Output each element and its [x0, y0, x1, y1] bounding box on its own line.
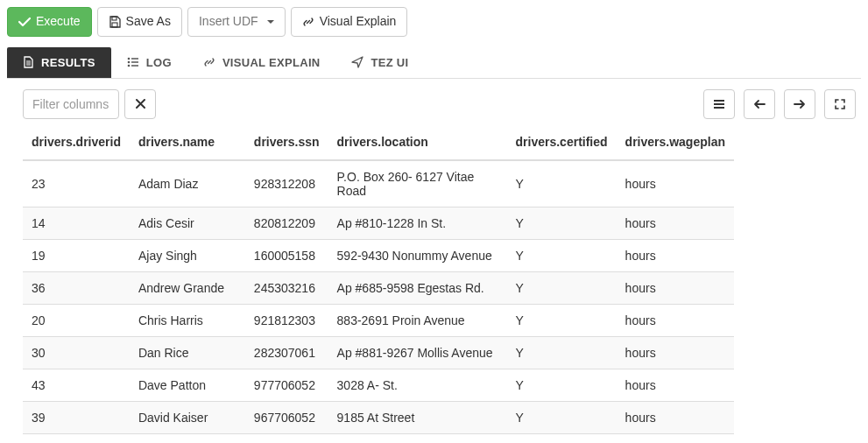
table-row[interactable]: 43Dave Patton9777060523028 A- St.Yhours: [23, 369, 734, 401]
insert-udf-label: Insert UDF: [199, 13, 258, 31]
fullscreen-button[interactable]: [824, 89, 856, 119]
col-ssn[interactable]: drivers.ssn: [245, 126, 328, 160]
cell-wageplan: hours: [617, 239, 734, 271]
cell-ssn: 282307061: [245, 336, 328, 369]
tab-tez-ui-label: TEZ UI: [370, 56, 408, 69]
cell-driverid: 24: [23, 433, 130, 443]
visual-explain-button[interactable]: Visual Explain: [291, 7, 408, 37]
cell-location: 592-9430 Nonummy Avenue: [328, 239, 507, 271]
caret-down-icon: [267, 20, 274, 24]
cell-location: 883-2691 Proin Avenue: [328, 304, 507, 336]
cell-location: 9185 At Street: [328, 401, 507, 433]
cell-name: Don Hilborn: [130, 433, 245, 443]
cell-wageplan: hours: [617, 336, 734, 369]
svg-point-4: [128, 65, 131, 67]
cell-location: Ap #881-9267 Mollis Avenue: [328, 336, 507, 369]
table-row[interactable]: 23Adam Diaz928312208P.O. Box 260- 6127 V…: [23, 160, 734, 207]
cell-location: 4361 Ac Road: [328, 433, 507, 443]
save-icon: [109, 16, 121, 28]
close-icon: [136, 99, 145, 109]
cell-location: Ap #685-9598 Egestas Rd.: [328, 271, 507, 304]
col-wageplan[interactable]: drivers.wageplan: [617, 126, 734, 160]
cell-name: Ajay Singh: [130, 239, 245, 271]
list-icon: [127, 57, 139, 67]
cell-name: David Kaiser: [130, 401, 245, 433]
clear-filter-button[interactable]: [124, 89, 156, 119]
cell-ssn: 921812303: [245, 304, 328, 336]
results-bar: [23, 89, 861, 119]
table-row[interactable]: 24Don Hilborn2544121524361 Ac RoadYhours: [23, 433, 734, 443]
menu-icon: [713, 99, 725, 109]
cell-name: Dan Rice: [130, 336, 245, 369]
filter-columns-input[interactable]: [23, 89, 119, 119]
cell-certified: Y: [507, 401, 617, 433]
cell-driverid: 36: [23, 271, 130, 304]
execute-label: Execute: [36, 13, 81, 31]
tab-visual-explain-label: VISUAL EXPLAIN: [222, 56, 321, 69]
svg-point-2: [128, 58, 131, 60]
cell-driverid: 30: [23, 336, 130, 369]
next-page-button[interactable]: [784, 89, 815, 119]
cell-wageplan: hours: [617, 401, 734, 433]
results-controls: [703, 89, 856, 119]
col-driverid[interactable]: drivers.driverid: [23, 126, 130, 160]
cell-ssn: 977706052: [245, 369, 328, 401]
result-tabs: RESULTS LOG VISUAL EXPLAIN TEZ UI: [7, 47, 861, 79]
visual-explain-label: Visual Explain: [320, 13, 397, 31]
table-row[interactable]: 39David Kaiser9677060529185 At StreetYho…: [23, 401, 734, 433]
results-table: drivers.driverid drivers.name drivers.ss…: [23, 126, 734, 443]
cell-certified: Y: [507, 304, 617, 336]
cell-ssn: 928312208: [245, 160, 328, 207]
col-location[interactable]: drivers.location: [328, 126, 507, 160]
cell-certified: Y: [507, 239, 617, 271]
filter-wrap: [23, 89, 156, 119]
table-row[interactable]: 20Chris Harris921812303883-2691 Proin Av…: [23, 304, 734, 336]
cell-driverid: 39: [23, 401, 130, 433]
cell-certified: Y: [507, 369, 617, 401]
table-row[interactable]: 14Adis Cesir820812209Ap #810-1228 In St.…: [23, 207, 734, 239]
cell-ssn: 254412152: [245, 433, 328, 443]
svg-point-3: [128, 61, 131, 64]
document-icon: [23, 56, 34, 68]
expand-icon: [835, 99, 845, 109]
save-as-label: Save As: [126, 13, 171, 31]
table-row[interactable]: 30Dan Rice282307061Ap #881-9267 Mollis A…: [23, 336, 734, 369]
tab-log-label: LOG: [146, 56, 172, 69]
cell-wageplan: hours: [617, 304, 734, 336]
tab-results[interactable]: RESULTS: [7, 47, 111, 78]
cell-driverid: 43: [23, 369, 130, 401]
cell-certified: Y: [507, 433, 617, 443]
tab-visual-explain[interactable]: VISUAL EXPLAIN: [187, 47, 336, 78]
cell-driverid: 14: [23, 207, 130, 239]
menu-button[interactable]: [703, 89, 735, 119]
cell-name: Adis Cesir: [130, 207, 245, 239]
table-row[interactable]: 36Andrew Grande245303216Ap #685-9598 Ege…: [23, 271, 734, 304]
tab-tez-ui[interactable]: TEZ UI: [335, 47, 424, 78]
tab-log[interactable]: LOG: [111, 47, 187, 78]
cell-ssn: 160005158: [245, 239, 328, 271]
cell-name: Andrew Grande: [130, 271, 245, 304]
save-as-button[interactable]: Save As: [97, 7, 182, 37]
svg-rect-1: [112, 23, 117, 27]
cell-wageplan: hours: [617, 271, 734, 304]
cell-certified: Y: [507, 160, 617, 207]
cell-location: P.O. Box 260- 6127 Vitae Road: [328, 160, 507, 207]
link-icon: [302, 16, 314, 28]
col-certified[interactable]: drivers.certified: [507, 126, 617, 160]
execute-button[interactable]: Execute: [7, 7, 92, 37]
cell-wageplan: hours: [617, 433, 734, 443]
prev-page-button[interactable]: [744, 89, 775, 119]
tab-results-label: RESULTS: [41, 56, 95, 69]
table-row[interactable]: 19Ajay Singh160005158592-9430 Nonummy Av…: [23, 239, 734, 271]
cell-location: 3028 A- St.: [328, 369, 507, 401]
insert-udf-button[interactable]: Insert UDF: [187, 7, 286, 37]
cell-ssn: 245303216: [245, 271, 328, 304]
cell-wageplan: hours: [617, 160, 734, 207]
cell-wageplan: hours: [617, 369, 734, 401]
send-icon: [351, 56, 363, 68]
link-icon: [203, 56, 215, 68]
col-name[interactable]: drivers.name: [130, 126, 245, 160]
cell-name: Dave Patton: [130, 369, 245, 401]
cell-wageplan: hours: [617, 207, 734, 239]
cell-location: Ap #810-1228 In St.: [328, 207, 507, 239]
